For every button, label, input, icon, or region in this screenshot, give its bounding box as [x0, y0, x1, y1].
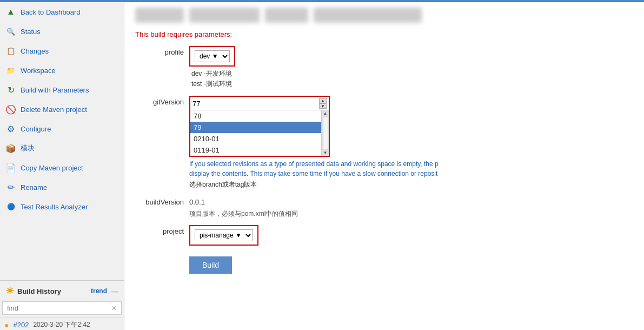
gitversion-options-list: 78 79 0210-01 0119-01 [190, 110, 321, 156]
sidebar-item-label: Test Results Analyzer [21, 203, 88, 211]
gitversion-info-text: If you selected revisions as a type of p… [189, 159, 460, 179]
blurred-block-4 [314, 8, 422, 23]
profile-label: profile [135, 46, 184, 56]
project-border-box: pis-manage ▼ [189, 225, 258, 246]
sidebar-item-label: Build with Parameters [21, 86, 89, 94]
gear-icon: ⚙ [5, 123, 16, 134]
gitversion-option-78[interactable]: 78 [190, 110, 321, 122]
sidebar-item-label: Workspace [21, 67, 56, 75]
sidebar-item-back-to-dashboard[interactable]: ▲ Back to Dashboard [0, 2, 124, 22]
scroll-down-arrow[interactable]: ▼ [319, 103, 327, 109]
sidebar-item-label: Status [21, 28, 41, 36]
build-link[interactable]: #202 [13, 321, 29, 329]
blurred-block-1 [135, 8, 184, 23]
build-history-header: ☀ Build History trend — [0, 281, 124, 301]
sidebar-item-configure[interactable]: ⚙ Configure [0, 119, 124, 138]
build-history-title: Build History [17, 287, 61, 295]
gitversion-border-box: ▲ ▼ 78 79 0210-01 0119-01 ▲ [189, 96, 330, 157]
buildversion-label: buildVersion [135, 196, 184, 206]
project-label: project [135, 225, 184, 235]
profile-option-dev: dev -开发环境 [191, 69, 235, 79]
scrollbar-track [323, 117, 328, 149]
gitversion-row: gitVersion ▲ ▼ 78 79 0210-01 [135, 96, 633, 189]
sidebar-item-label: 模块 [21, 143, 35, 153]
gitversion-sub-text: 选择branch或者tag版本 [189, 180, 460, 189]
buildversion-row: buildVersion 0.0.1 项目版本，必须与pom.xml中的值相同 [135, 196, 633, 219]
requires-text: This build requires parameters: [135, 30, 633, 38]
gitversion-scrollbar: ▲ ▼ [321, 110, 329, 156]
sidebar-item-status[interactable]: 🔍 Status [0, 22, 124, 41]
buildversion-note: 项目版本，必须与pom.xml中的值相同 [189, 209, 298, 219]
sidebar-item-label: Rename [21, 183, 47, 192]
gitversion-scrollbar-row: 78 79 0210-01 0119-01 ▲ ▼ [190, 110, 329, 156]
copy-icon: 📄 [5, 162, 16, 173]
gitversion-label: gitVersion [135, 96, 184, 106]
build-history-item: ● #202 2020-3-20 下午2:42 [0, 317, 124, 330]
sidebar-item-label: Copy Maven project [21, 164, 83, 172]
build-status-icon: ● [4, 321, 9, 329]
build-date: 2020-3-20 下午2:42 [33, 320, 90, 329]
notepad-icon: 📋 [5, 45, 16, 56]
gitversion-container: ▲ ▼ 78 79 0210-01 0119-01 ▲ [189, 96, 460, 189]
blurred-block-2 [189, 8, 260, 23]
sidebar-item-label: Back to Dashboard [21, 8, 81, 16]
sidebar-item-build-with-parameters[interactable]: ↻ Build with Parameters [0, 80, 124, 100]
trend-link[interactable]: trend [91, 287, 107, 295]
blurred-header [135, 8, 633, 23]
block-icon: 🚫 [5, 104, 16, 115]
refresh-icon: ↻ [5, 84, 16, 95]
sidebar-item-test-results-analyzer[interactable]: 🔵 Test Results Analyzer [0, 197, 124, 216]
sidebar-item-modules[interactable]: 📦 模块 [0, 138, 124, 158]
sidebar: ▲ Back to Dashboard 🔍 Status 📋 Changes 📁… [0, 2, 124, 330]
profile-dropdown-options: dev -开发环境 test -测试环境 [189, 69, 235, 89]
gitversion-current-row: ▲ ▼ [190, 97, 329, 110]
gitversion-option-0210-01[interactable]: 0210-01 [190, 133, 321, 144]
sidebar-item-changes[interactable]: 📋 Changes [0, 41, 124, 61]
scroll-up-arrow[interactable]: ▲ [319, 98, 327, 103]
build-button-row: Build [135, 252, 633, 274]
profile-option-test: test -测试环境 [191, 79, 235, 89]
sidebar-item-label: Configure [21, 125, 51, 133]
buildversion-value: 0.0.1 [189, 196, 298, 208]
build-button[interactable]: Build [189, 256, 232, 274]
gitversion-scroll-arrows: ▲ ▼ [319, 98, 327, 109]
sidebar-item-copy-maven-project[interactable]: 📄 Copy Maven project [0, 158, 124, 177]
sun-icon: ☀ [5, 285, 14, 297]
rename-icon: ✏ [5, 182, 16, 193]
sidebar-item-label: Delete Maven project [21, 105, 87, 114]
scrollbar-up-btn[interactable]: ▲ [323, 111, 328, 116]
profile-select[interactable]: dev ▼ test [195, 50, 230, 62]
project-select[interactable]: pis-manage ▼ [195, 229, 253, 241]
test-icon: 🔵 [5, 201, 16, 212]
main-layout: ▲ Back to Dashboard 🔍 Status 📋 Changes 📁… [0, 2, 644, 330]
scrollbar-down-btn[interactable]: ▼ [323, 150, 328, 155]
gitversion-current-input[interactable] [192, 100, 319, 108]
sidebar-item-rename[interactable]: ✏ Rename [0, 177, 124, 197]
sidebar-item-label: Changes [21, 47, 49, 55]
gitversion-option-79[interactable]: 79 [190, 122, 321, 133]
gitversion-option-0119-01[interactable]: 0119-01 [190, 144, 321, 156]
profile-border-box: dev ▼ test [189, 46, 235, 67]
buildversion-content: 0.0.1 项目版本，必须与pom.xml中的值相同 [189, 196, 298, 219]
main-content: This build requires parameters: profile … [124, 2, 644, 330]
sidebar-item-workspace[interactable]: 📁 Workspace [0, 61, 124, 80]
box-icon: 📦 [5, 143, 16, 154]
project-row: project pis-manage ▼ [135, 225, 633, 246]
search-icon: 🔍 [5, 26, 16, 37]
build-history-section: ☀ Build History trend — ✕ ● #202 2020-3-… [0, 280, 124, 330]
profile-row: profile dev ▼ test dev -开发环境 test -测试环境 [135, 46, 633, 89]
arrow-up-icon: ▲ [5, 6, 16, 17]
blurred-block-3 [265, 8, 308, 23]
folder-icon: 📁 [5, 65, 16, 76]
find-input[interactable] [7, 304, 111, 312]
find-input-wrapper: ✕ [2, 301, 122, 315]
history-dash: — [111, 287, 118, 295]
clear-find-icon[interactable]: ✕ [111, 305, 117, 312]
sidebar-item-delete-maven-project[interactable]: 🚫 Delete Maven project [0, 100, 124, 119]
profile-box: dev ▼ test dev -开发环境 test -测试环境 [189, 46, 235, 89]
